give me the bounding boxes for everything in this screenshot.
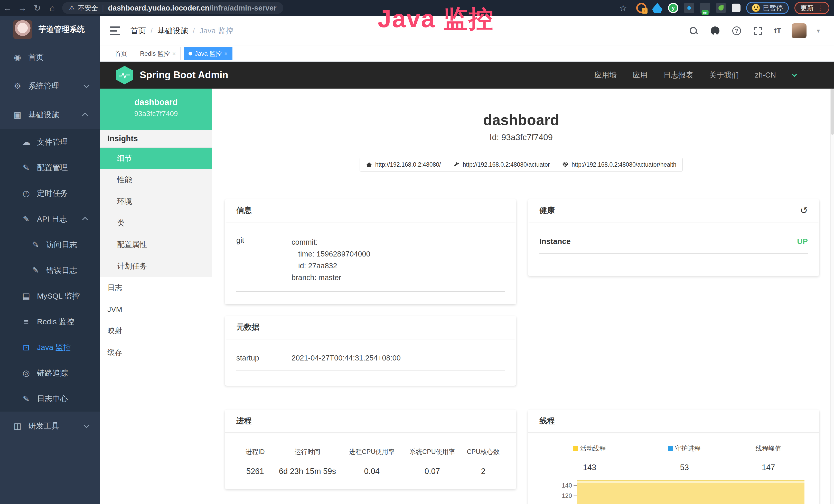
sidebar-item-file-manage[interactable]: ☁ 文件管理 xyxy=(0,129,100,155)
sidebar-item-error-logs[interactable]: ✎ 错误日志 xyxy=(0,257,100,283)
threads-card: 线程 活动线程 143 守护进程 53 线 xyxy=(528,410,819,504)
breadcrumb-current: Java 监控 xyxy=(200,26,234,36)
font-size-icon[interactable]: tT xyxy=(774,26,781,35)
help-icon[interactable]: ? xyxy=(731,25,742,37)
sidebar-item-scheduled-tasks[interactable]: ◷ 定时任务 xyxy=(0,181,100,206)
app-logo-row[interactable]: 芋道管理系统 xyxy=(0,16,100,43)
fullscreen-icon[interactable] xyxy=(752,25,764,37)
sidebar-item-log-center[interactable]: ✎ 日志中心 xyxy=(0,386,100,412)
sidebar-item-access-logs[interactable]: ✎ 访问日志 xyxy=(0,232,100,257)
close-icon[interactable]: × xyxy=(172,50,176,57)
extension-icon[interactable]: 1 xyxy=(636,3,646,13)
address-bar[interactable]: ⚠ 不安全 | dashboard.yudao.iocoder.cn /infr… xyxy=(62,2,283,14)
tag-java-monitor[interactable]: Java 监控 × xyxy=(184,47,233,60)
sidebar-item-system[interactable]: ⚙ 系统管理 xyxy=(0,72,100,100)
legend-swatch-daemon xyxy=(668,446,673,451)
search-icon[interactable] xyxy=(688,25,699,37)
process-card-title: 进程 xyxy=(236,416,252,426)
endpoint-home-link[interactable]: http://192.168.0.2:48080/ xyxy=(359,158,447,171)
sba-menu-mappings[interactable]: 映射 xyxy=(100,320,212,342)
bookmark-star-icon[interactable]: ☆ xyxy=(616,3,631,13)
sba-menu-classes[interactable]: 类 xyxy=(100,212,212,234)
profile-emoji-icon xyxy=(752,4,760,12)
extensions-puzzle-icon[interactable] xyxy=(732,4,741,12)
endpoint-health-link[interactable]: http://192.168.0.2:48080/actuator/health xyxy=(556,158,683,171)
sba-brand-title[interactable]: Spring Boot Admin xyxy=(140,70,228,81)
back-icon[interactable]: ← xyxy=(0,3,15,13)
avatar-caret-icon[interactable]: ▾ xyxy=(817,27,820,35)
sidebar-item-mysql-monitor[interactable]: ▤ MySQL 监控 xyxy=(0,283,100,309)
github-icon[interactable] xyxy=(709,25,721,37)
sba-instance-header[interactable]: dashboard 93a3fc7f7409 xyxy=(100,89,212,130)
sidebar-item-java-monitor[interactable]: ⊡ Java 监控 xyxy=(0,335,100,360)
sba-menu-metrics[interactable]: 性能 xyxy=(100,169,212,191)
home-icon xyxy=(366,161,372,168)
history-icon[interactable]: ↺ xyxy=(800,205,808,216)
process-col-value: 2 xyxy=(462,467,505,476)
tag-redis-monitor[interactable]: Redis 监控 × xyxy=(135,47,180,60)
close-icon[interactable]: × xyxy=(224,50,227,57)
screen-icon: ⊡ xyxy=(21,343,31,352)
url-path: /infra/admin-server xyxy=(209,4,277,12)
sba-instance-id: 93a3fc7f7409 xyxy=(100,110,212,118)
endpoint-actuator-link[interactable]: http://192.168.0.2:48080/actuator xyxy=(447,158,556,171)
divider xyxy=(236,370,505,370)
process-table: 进程ID5261 运行时间6d 23h 15m 59s 进程CPU使用率0.04… xyxy=(236,445,505,476)
locale-caret-icon[interactable] xyxy=(792,72,797,77)
profile-paused-badge[interactable]: 已暂停 xyxy=(746,2,789,14)
collapse-sidebar-icon[interactable] xyxy=(110,26,120,35)
tag-home[interactable]: 首页 xyxy=(110,47,132,60)
chevron-down-icon xyxy=(84,83,90,88)
sba-menu-caches[interactable]: 缓存 xyxy=(100,342,212,363)
sidebar-item-api-logs[interactable]: ✎ API 日志 xyxy=(0,206,100,232)
infra-submenu: ☁ 文件管理 ✎ 配置管理 ◷ 定时任务 ✎ API 日志 ✎ 访问日志 ✎ xyxy=(0,129,100,412)
sba-menu-environment[interactable]: 环境 xyxy=(100,191,212,212)
sidebar-item-config-manage[interactable]: ✎ 配置管理 xyxy=(0,155,100,181)
extension-icon[interactable] xyxy=(684,3,694,13)
breadcrumb-infra[interactable]: 基础设施 xyxy=(157,26,188,36)
sba-menu-scheduled[interactable]: 计划任务 xyxy=(100,255,212,277)
live-threads-area xyxy=(577,480,805,504)
sba-nav-journal[interactable]: 日志报表 xyxy=(663,70,693,81)
avatar[interactable] xyxy=(792,23,807,38)
content-scrollbar[interactable] xyxy=(830,89,834,504)
sidebar-item-label: 日志中心 xyxy=(37,394,68,404)
extension-icon[interactable]: on xyxy=(700,3,710,13)
legend-label: 活动线程 xyxy=(580,444,606,453)
sidebar-item-label: API 日志 xyxy=(37,214,67,224)
sidebar-item-label: 研发工具 xyxy=(28,421,59,431)
sba-menu-config-props[interactable]: 配置属性 xyxy=(100,234,212,255)
sba-menu-details[interactable]: 细节 xyxy=(100,147,212,169)
sba-locale-select[interactable]: zh-CN xyxy=(755,71,776,79)
extension-icon[interactable]: y xyxy=(668,3,678,13)
chrome-update-button[interactable]: 更新 ⋮ xyxy=(794,2,829,14)
extension-icon[interactable] xyxy=(652,3,662,13)
metadata-value: 2021-04-27T00:44:31.254+08:00 xyxy=(291,354,401,362)
annotation-overlay: Java 监控 xyxy=(378,3,494,36)
sba-menu-jvm[interactable]: JVM xyxy=(100,299,212,320)
process-col-value: 0.07 xyxy=(403,467,462,476)
app-logo xyxy=(13,20,32,39)
sidebar-item-tracing[interactable]: ◎ 链路追踪 xyxy=(0,360,100,386)
extension-icon[interactable] xyxy=(716,3,726,13)
sba-menu-logs[interactable]: 日志 xyxy=(100,277,212,299)
home-icon[interactable]: ⌂ xyxy=(45,3,60,13)
app-title: 芋道管理系统 xyxy=(39,24,85,35)
process-col-value: 5261 xyxy=(236,467,274,476)
sba-nav-applications[interactable]: 应用 xyxy=(633,70,648,81)
chrome-menu-icon[interactable]: ⋮ xyxy=(817,4,824,12)
security-label: 不安全 xyxy=(78,4,98,13)
sba-header: Spring Boot Admin 应用墙 应用 日志报表 关于我们 zh-CN xyxy=(100,62,834,89)
forward-icon[interactable]: → xyxy=(15,3,30,13)
sidebar-item-label: 定时任务 xyxy=(37,188,68,199)
breadcrumb: 首页 / 基础设施 / Java 监控 xyxy=(130,26,233,36)
sba-nav-about[interactable]: 关于我们 xyxy=(709,70,739,81)
sidebar-item-label: 配置管理 xyxy=(37,162,68,173)
sidebar-item-home[interactable]: ◉ 首页 xyxy=(0,43,100,72)
sidebar-item-redis-monitor[interactable]: ≡ Redis 监控 xyxy=(0,309,100,335)
sidebar-item-infra[interactable]: ▣ 基础设施 xyxy=(0,100,100,129)
sidebar-item-dev-tools[interactable]: ◫ 研发工具 xyxy=(0,412,100,440)
sba-nav-wallboard[interactable]: 应用墙 xyxy=(594,70,617,81)
breadcrumb-home[interactable]: 首页 xyxy=(130,26,146,36)
reload-icon[interactable]: ↻ xyxy=(30,3,45,13)
